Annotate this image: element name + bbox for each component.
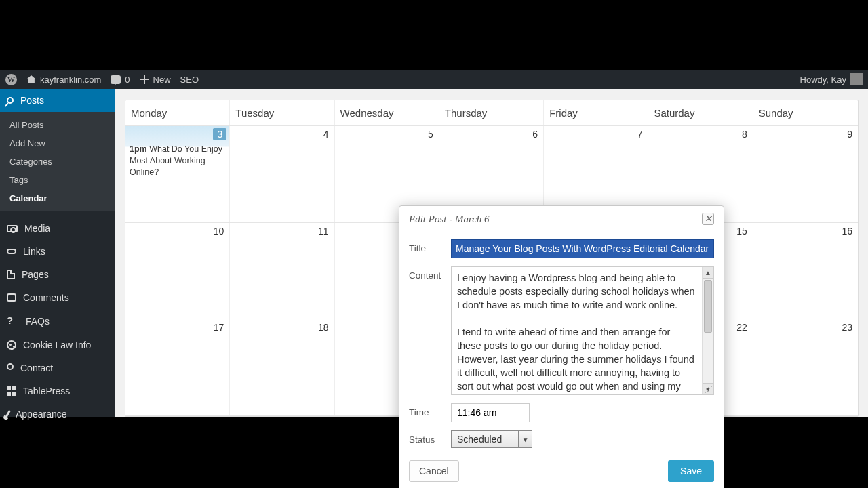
- wp-logo[interactable]: [5, 74, 17, 85]
- title-label: Title: [409, 239, 451, 258]
- brush-icon: [5, 410, 11, 418]
- calendar-cell[interactable]: 9: [753, 126, 858, 222]
- event-time: 1pm: [130, 144, 147, 154]
- avatar: [850, 73, 863, 85]
- day-number: 3: [213, 128, 226, 140]
- site-name: kayfranklin.com: [40, 75, 101, 85]
- menu-media-label: Media: [24, 223, 50, 234]
- day-number: 9: [847, 129, 852, 140]
- scroll-up-arrow[interactable]: ▲: [703, 267, 713, 279]
- seo-link[interactable]: SEO: [180, 75, 199, 85]
- menu-tablepress-label: TablePress: [23, 386, 70, 396]
- admin-sidemenu: Posts All Posts Add New Categories Tags …: [0, 89, 115, 417]
- day-number: 6: [532, 129, 538, 140]
- submenu-add-new[interactable]: Add New: [0, 134, 115, 152]
- menu-cookie[interactable]: Cookie Law Info: [0, 333, 115, 357]
- calendar-cell[interactable]: 11: [230, 223, 334, 319]
- howdy-link[interactable]: Howdy, Kay: [800, 73, 863, 85]
- day-header: Sunday: [753, 100, 858, 125]
- grid-icon: [7, 386, 16, 396]
- modal-heading: Edit Post - March 6: [409, 214, 490, 225]
- calendar-event[interactable]: 1pm What Do You Enjoy Most About Working…: [130, 144, 225, 178]
- calendar-cell[interactable]: 17: [125, 319, 230, 415]
- calendar-cell[interactable]: 4: [230, 126, 334, 222]
- menu-posts[interactable]: Posts: [0, 89, 115, 112]
- comment-count: 0: [125, 75, 130, 85]
- day-number: 15: [736, 226, 747, 237]
- menu-comments[interactable]: Comments: [0, 286, 115, 309]
- comment-icon: [111, 75, 121, 84]
- seo-label: SEO: [180, 75, 199, 85]
- calendar-cell[interactable]: 23: [753, 319, 858, 415]
- menu-links-label: Links: [23, 246, 45, 257]
- calendar-cell[interactable]: 10: [125, 223, 230, 319]
- time-label: Time: [409, 403, 451, 422]
- day-number: 10: [214, 226, 224, 237]
- menu-pages-label: Pages: [22, 269, 49, 280]
- day-header: Thursday: [439, 100, 544, 125]
- calendar-cell[interactable]: 18: [230, 319, 334, 415]
- edit-post-modal: Edit Post - March 6 ✕ Title Content ▲: [399, 205, 724, 488]
- day-header: Friday: [544, 100, 648, 125]
- chevron-down-icon[interactable]: ▼: [519, 430, 532, 448]
- resize-grip-icon[interactable]: [705, 386, 712, 393]
- menu-links[interactable]: Links: [0, 240, 115, 263]
- site-link[interactable]: kayfranklin.com: [26, 75, 101, 85]
- page-icon: [7, 270, 15, 279]
- scroll-thumb[interactable]: [704, 280, 712, 333]
- post-time-input[interactable]: [451, 403, 530, 422]
- comments-link[interactable]: 0: [111, 75, 130, 85]
- day-header: Tuesday: [230, 100, 334, 125]
- day-number: 22: [736, 322, 747, 333]
- menu-cookie-label: Cookie Law Info: [23, 340, 91, 350]
- modal-title-bar: Edit Post - March 6 ✕: [399, 206, 724, 232]
- menu-faqs[interactable]: ? FAQs: [0, 309, 115, 333]
- submenu-tags[interactable]: Tags: [0, 171, 115, 189]
- admin-bar: kayfranklin.com 0 New SEO Howdy, Kay: [0, 70, 868, 89]
- menu-media[interactable]: Media: [0, 217, 115, 240]
- question-icon: ?: [7, 315, 19, 327]
- modal-close-button[interactable]: ✕: [702, 213, 714, 225]
- posts-submenu: All Posts Add New Categories Tags Calend…: [0, 112, 115, 211]
- cancel-button[interactable]: Cancel: [409, 460, 459, 482]
- day-number: 11: [318, 226, 329, 237]
- menu-pages[interactable]: Pages: [0, 263, 115, 286]
- content-field-wrap: ▲ ▼: [451, 266, 714, 395]
- status-label: Status: [409, 430, 451, 448]
- day-number: 23: [842, 322, 852, 333]
- submenu-all-posts[interactable]: All Posts: [0, 116, 115, 134]
- pin-icon: [5, 96, 15, 105]
- media-icon: [7, 225, 18, 232]
- content-scrollbar[interactable]: ▲ ▼: [702, 267, 713, 394]
- day-header: Wednesday: [335, 100, 439, 125]
- post-status-select[interactable]: Scheduled: [451, 430, 519, 448]
- comment-menu-icon: [7, 293, 16, 302]
- calendar-header: Monday Tuesday Wednesday Thursday Friday…: [125, 100, 858, 126]
- new-label: New: [153, 75, 171, 85]
- post-content-textarea[interactable]: [452, 267, 702, 394]
- howdy-text: Howdy, Kay: [800, 75, 846, 85]
- day-header: Saturday: [648, 100, 753, 125]
- menu-faqs-label: FAQs: [26, 316, 50, 327]
- day-number: 4: [323, 129, 329, 140]
- post-title-input[interactable]: [451, 239, 714, 258]
- day-number: 8: [742, 129, 747, 140]
- menu-contact[interactable]: Contact: [0, 357, 115, 380]
- day-number: 5: [428, 129, 433, 140]
- menu-tablepress[interactable]: TablePress: [0, 380, 115, 403]
- link-icon: [7, 249, 16, 254]
- plus-icon: [140, 75, 149, 84]
- cookie-icon: [7, 340, 16, 350]
- new-link[interactable]: New: [140, 75, 171, 85]
- calendar-cell[interactable]: 16: [753, 223, 858, 319]
- menu-appearance[interactable]: Appearance: [0, 403, 115, 426]
- menu-appearance-label: Appearance: [16, 409, 67, 420]
- calendar-cell[interactable]: 3 1pm What Do You Enjoy Most About Worki…: [125, 126, 230, 222]
- person-icon: [7, 363, 14, 370]
- save-button[interactable]: Save: [668, 460, 714, 482]
- menu-posts-label: Posts: [20, 95, 44, 106]
- submenu-calendar[interactable]: Calendar: [0, 189, 115, 207]
- day-number: 17: [214, 322, 224, 333]
- day-header: Monday: [125, 100, 230, 125]
- submenu-categories[interactable]: Categories: [0, 152, 115, 171]
